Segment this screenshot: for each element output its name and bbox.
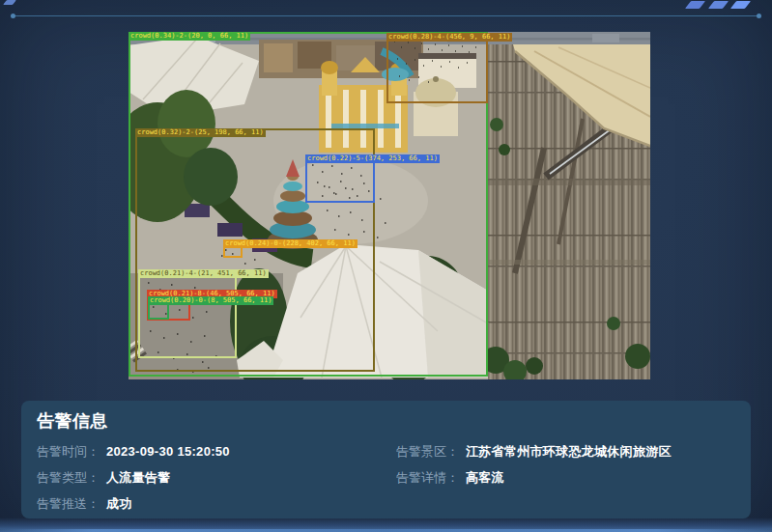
detection-layer: crowd(0.34)-2-(20, 0, 66, 11)crowd(0.28)…	[129, 32, 650, 379]
field-alarm-push: 告警推送：成功	[37, 495, 383, 513]
detection-box-brown: crowd(0.28)-4-(456, 9, 66, 11)	[386, 33, 488, 103]
field-label: 告警推送：	[37, 496, 100, 511]
field-alarm-detail: 告警详情：高客流	[396, 469, 737, 487]
field-value: 人流量告警	[106, 470, 171, 485]
decor-slash-icon	[708, 1, 729, 9]
panel-title: 告警信息	[37, 411, 751, 431]
top-divider-line	[13, 15, 759, 16]
bottom-glow-decor	[0, 518, 772, 532]
field-alarm-scenic-area: 告警景区：江苏省常州市环球恐龙城休闲旅游区	[396, 443, 737, 461]
field-alarm-time: 告警时间：2023-09-30 15:20:50	[37, 443, 383, 461]
detection-label: crowd(0.20)-0-(8, 505, 66, 11)	[148, 296, 273, 305]
surveillance-image: crowd(0.34)-2-(20, 0, 66, 11)crowd(0.28)…	[129, 32, 650, 379]
field-value: 成功	[106, 496, 132, 511]
alarm-fields: 告警时间：2023-09-30 15:20:50 告警景区：江苏省常州市环球恐龙…	[21, 443, 751, 513]
field-label: 告警类型：	[37, 470, 100, 485]
decor-slash-icon	[730, 1, 751, 9]
detection-label: crowd(0.32)-2-(25, 198, 66, 11)	[135, 128, 266, 137]
field-label: 告警详情：	[396, 470, 459, 485]
detection-label: crowd(0.24)-0-(228, 402, 66, 11)	[223, 239, 357, 248]
decor-slash-icon	[3, 0, 16, 5]
field-value: 高客流	[466, 470, 504, 485]
detection-label: crowd(0.28)-4-(456, 9, 66, 11)	[386, 33, 512, 42]
field-label: 告警景区：	[396, 444, 459, 459]
divider-end-dot	[757, 14, 761, 18]
decor-slash-icon	[685, 1, 705, 9]
detection-box-blue: crowd(0.22)-5-(374, 253, 66, 11)	[305, 154, 375, 203]
field-value: 2023-09-30 15:20:50	[106, 444, 230, 459]
alarm-info-panel: 告警信息 告警时间：2023-09-30 15:20:50 告警景区：江苏省常州…	[21, 401, 751, 518]
detection-label: crowd(0.21)-4-(21, 451, 66, 11)	[138, 269, 269, 278]
alarm-detail-page: crowd(0.34)-2-(20, 0, 66, 11)crowd(0.28)…	[0, 0, 772, 532]
detection-box-orange: crowd(0.24)-0-(228, 402, 66, 11)	[223, 246, 243, 258]
field-label: 告警时间：	[37, 444, 100, 459]
detection-label: crowd(0.34)-2-(20, 0, 66, 11)	[129, 32, 250, 41]
detection-box-green-small: crowd(0.20)-0-(8, 505, 66, 11)	[148, 303, 169, 320]
divider-end-dot	[11, 14, 15, 18]
detection-label: crowd(0.22)-5-(374, 253, 66, 11)	[305, 154, 440, 163]
field-value: 江苏省常州市环球恐龙城休闲旅游区	[466, 444, 672, 459]
field-alarm-type: 告警类型：人流量告警	[37, 469, 383, 487]
